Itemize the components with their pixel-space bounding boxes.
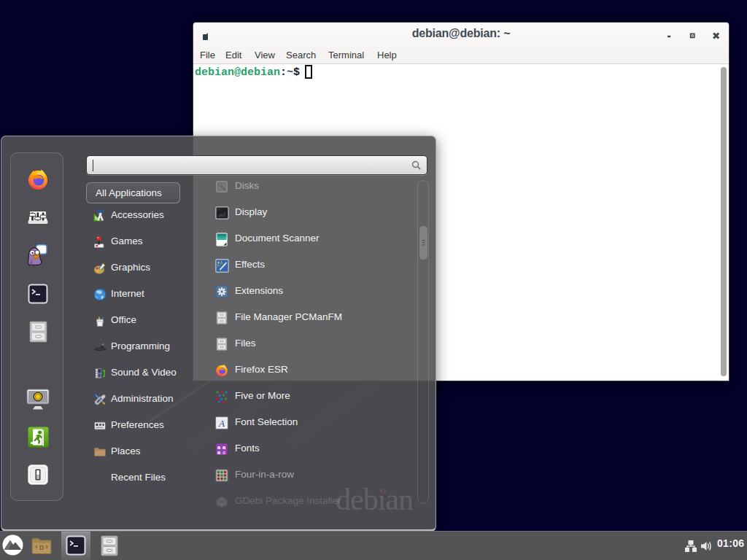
svg-text:a: a xyxy=(222,449,225,456)
svg-text:A: A xyxy=(218,418,225,429)
svg-text:D: D xyxy=(39,544,44,551)
